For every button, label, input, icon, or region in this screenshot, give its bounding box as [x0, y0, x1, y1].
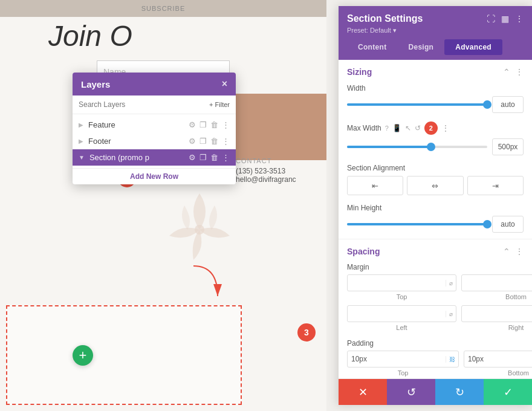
- trash-icon[interactable]: 🗑: [210, 137, 218, 146]
- undo-icon[interactable]: ↺: [415, 124, 421, 132]
- layer-footer-icons: ⚙ ❐ 🗑 ⋮: [189, 137, 230, 146]
- padding-link-icon[interactable]: ⛓: [446, 356, 458, 363]
- subscribe-bar: SUBSCRIBE: [0, 0, 326, 17]
- layer-feature-icons: ⚙ ❐ 🗑 ⋮: [189, 120, 230, 129]
- max-width-field: Max Width ? 📱 ↖ ↺ 2 ⋮ 500px: [339, 119, 532, 161]
- max-width-slider[interactable]: [347, 146, 487, 148]
- margin-top-cell: ⌀ Top: [347, 274, 456, 300]
- preset-label[interactable]: Preset: Default ▾: [347, 27, 524, 34]
- settings-body: Sizing ⌃ ⋮ Width auto: [339, 60, 532, 378]
- margin-left-link-icon[interactable]: ⌀: [446, 311, 456, 317]
- section-settings-panel: Section Settings ⛶ ▦ ⋮ Preset: Default ▾…: [339, 6, 532, 405]
- add-new-row-button[interactable]: Add New Row: [73, 168, 236, 184]
- margin-top-input-row: ⌀: [347, 274, 456, 291]
- margin-top-input[interactable]: [348, 279, 446, 287]
- padding-top-label: Top: [347, 369, 459, 377]
- margin-label-row: Margin: [339, 261, 532, 274]
- more-icon[interactable]: ⋮: [222, 137, 230, 146]
- more-options-icon[interactable]: ⋮: [515, 14, 524, 24]
- section-alignment-field: Section Alignment ⇤ ⇔ ⇥: [339, 161, 532, 201]
- copy-icon[interactable]: ❐: [199, 153, 207, 162]
- more-icon[interactable]: ⋮: [222, 153, 230, 162]
- padding-bottom-cell: Bottom: [464, 351, 532, 377]
- padding-label-row: Padding: [339, 337, 532, 351]
- align-center-button[interactable]: ⇔: [407, 176, 463, 195]
- contact-section: CONTACT (135) 523-3513 hello@divifragran…: [236, 157, 296, 184]
- width-slider[interactable]: [347, 103, 487, 106]
- layer-item-section-promo[interactable]: ▼ Section (promo p ⚙ ❐ 🗑 ⋮: [73, 149, 236, 166]
- max-width-value[interactable]: 500px: [492, 138, 524, 155]
- spacing-controls: ⌃ ⋮: [503, 247, 524, 256]
- section-alignment-label: Section Alignment: [347, 164, 524, 172]
- add-section-button[interactable]: +: [73, 345, 93, 366]
- more-sizing-icon[interactable]: ⋮: [515, 67, 524, 77]
- padding-bottom-input-row: [464, 351, 532, 367]
- settings-icon[interactable]: ⚙: [189, 153, 196, 162]
- margin-right-input[interactable]: [462, 309, 532, 318]
- alignment-buttons: ⇤ ⇔ ⇥: [347, 176, 524, 195]
- spacing-title: Spacing: [347, 247, 380, 256]
- more-icon[interactable]: ⋮: [222, 120, 230, 129]
- copy-icon[interactable]: ❐: [199, 120, 207, 129]
- layer-item-footer[interactable]: ▶ Footer ⚙ ❐ 🗑 ⋮: [73, 133, 236, 149]
- width-label: Width: [347, 84, 524, 92]
- tab-design[interactable]: Design: [397, 39, 444, 55]
- min-height-field: Min Height auto: [339, 201, 532, 239]
- margin-top-label: Top: [347, 293, 456, 300]
- padding-label: Padding: [347, 339, 374, 348]
- badge-2: 2: [424, 121, 438, 135]
- filter-button[interactable]: + Filter: [209, 101, 230, 108]
- layers-title: Layers: [81, 79, 110, 89]
- margin-left-cell: ⌀ Left: [347, 305, 456, 331]
- more-spacing-icon[interactable]: ⋮: [515, 247, 524, 256]
- trash-icon[interactable]: 🗑: [210, 153, 218, 162]
- margin-label: Margin: [347, 263, 369, 271]
- margin-bottom-input[interactable]: [462, 279, 532, 287]
- min-height-slider[interactable]: [347, 223, 487, 225]
- chevron-right-icon: ▶: [79, 138, 83, 144]
- width-slider-row: auto: [347, 96, 524, 113]
- margin-grid: ⌀ Top ⌀ Bottom ⌀ Left: [339, 274, 532, 337]
- tab-advanced[interactable]: Advanced: [444, 39, 502, 55]
- max-width-label-row: Max Width ? 📱 ↖ ↺ 2 ⋮: [347, 121, 524, 135]
- layer-item-feature[interactable]: ▶ Feature ⚙ ❐ 🗑 ⋮: [73, 117, 236, 133]
- align-left-button[interactable]: ⇤: [347, 176, 403, 195]
- settings-title: Section Settings: [347, 13, 423, 24]
- padding-top-cell: ⛓ Top: [347, 351, 459, 377]
- layers-search-input[interactable]: [79, 100, 206, 109]
- chevron-right-icon: ▶: [79, 121, 83, 128]
- margin-right-input-row: ⌀: [461, 305, 532, 322]
- undo-button[interactable]: ↺: [387, 379, 435, 405]
- fullscreen-icon[interactable]: ⛶: [487, 14, 495, 24]
- padding-top-input[interactable]: [348, 355, 446, 363]
- layers-close-button[interactable]: ×: [222, 79, 227, 89]
- sizing-group: Sizing ⌃ ⋮ Width auto: [339, 60, 532, 239]
- min-height-value[interactable]: auto: [492, 216, 524, 233]
- action-bar: ✕ ↺ ↻ ✓: [339, 378, 532, 405]
- redo-button[interactable]: ↻: [435, 379, 484, 405]
- copy-icon[interactable]: ❐: [199, 137, 207, 146]
- width-value[interactable]: auto: [492, 96, 524, 113]
- collapse-icon[interactable]: ⌃: [503, 67, 510, 77]
- padding-top-input-row: ⛓: [347, 351, 459, 367]
- settings-header-icons: ⛶ ▦ ⋮: [487, 14, 524, 24]
- layers-search-row: + Filter: [73, 95, 236, 114]
- trash-icon[interactable]: 🗑: [210, 120, 218, 129]
- margin-top-link-icon[interactable]: ⌀: [446, 280, 456, 286]
- columns-icon[interactable]: ▦: [501, 14, 509, 24]
- settings-icon[interactable]: ⚙: [189, 137, 196, 146]
- margin-right-label: Right: [461, 324, 532, 331]
- cancel-button[interactable]: ✕: [339, 379, 387, 405]
- padding-bottom-input[interactable]: [464, 355, 532, 363]
- more-max-width-icon[interactable]: ⋮: [441, 123, 450, 133]
- tab-content[interactable]: Content: [347, 39, 397, 55]
- align-right-button[interactable]: ⇥: [467, 176, 524, 195]
- save-button[interactable]: ✓: [484, 379, 532, 405]
- settings-header: Section Settings ⛶ ▦ ⋮ Preset: Default ▾…: [339, 6, 532, 60]
- margin-left-input[interactable]: [348, 309, 446, 318]
- settings-icon[interactable]: ⚙: [189, 120, 196, 129]
- cursor-icon[interactable]: ↖: [405, 124, 411, 132]
- mobile-icon[interactable]: 📱: [392, 124, 401, 132]
- margin-left-input-row: ⌀: [347, 305, 456, 322]
- collapse-spacing-icon[interactable]: ⌃: [503, 247, 510, 256]
